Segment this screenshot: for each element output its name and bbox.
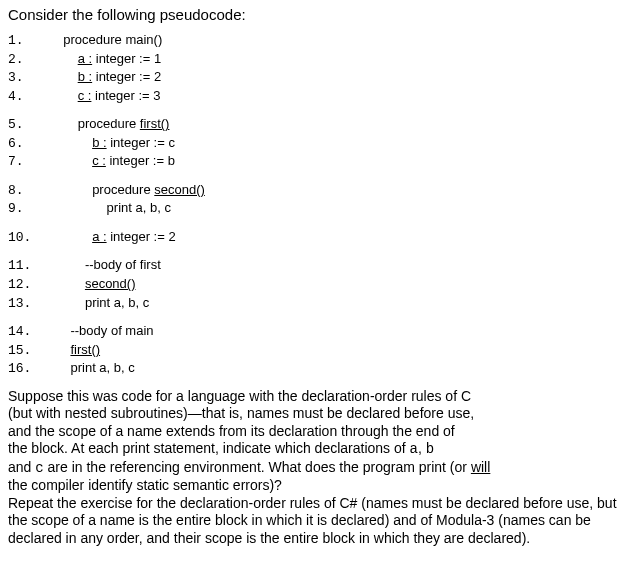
code-line: 1. procedure main() [8,31,618,50]
code-content: print a, b, c [56,199,171,217]
q-line: Suppose this was code for a language wit… [8,388,471,404]
line-number: 10. [8,229,56,247]
code-line: 10. a : integer := 2 [8,228,618,247]
q-line: declared in any order, and their scope i… [8,530,530,546]
code-content: a : integer := 2 [56,228,176,246]
pseudocode-block: 1. procedure main()2. a : integer := 13.… [8,31,618,378]
code-blank-line [8,171,618,181]
code-line: 3. b : integer := 2 [8,68,618,87]
code-line: 16. print a, b, c [8,359,618,378]
code-line: 11. --body of first [8,256,618,275]
code-line: 14. --body of main [8,322,618,341]
code-content: a : integer := 1 [56,50,161,68]
line-number: 15. [8,342,56,360]
q-line: the block. At each print statement, indi… [8,440,410,456]
code-content: second() [56,275,135,293]
q-line: and [8,459,35,475]
code-line: 2. a : integer := 1 [8,50,618,69]
line-number: 1. [8,32,56,50]
page: Consider the following pseudocode: 1. pr… [0,0,626,555]
code-blank-line [8,218,618,228]
code-content: print a, b, c [56,294,149,312]
code-content: b : integer := 2 [56,68,161,86]
code-blank-line [8,246,618,256]
question-paragraph: Suppose this was code for a language wit… [8,388,618,548]
line-number: 9. [8,200,56,218]
q-text: , [418,440,426,456]
line-number: 14. [8,323,56,341]
code-content: print a, b, c [56,359,135,377]
code-blank-line [8,105,618,115]
code-content: c : integer := b [56,152,175,170]
line-number: 12. [8,276,56,294]
code-blank-line [8,312,618,322]
code-line: 4. c : integer := 3 [8,87,618,106]
code-line: 6. b : integer := c [8,134,618,153]
line-number: 13. [8,295,56,313]
code-content: b : integer := c [56,134,175,152]
code-content: --body of first [56,256,161,274]
code-content: procedure main() [56,31,162,49]
code-content: c : integer := 3 [56,87,160,105]
code-line: 8. procedure second() [8,181,618,200]
code-line: 15. first() [8,341,618,360]
code-content: procedure first() [56,115,169,133]
intro-text: Consider the following pseudocode: [8,6,618,23]
line-number: 7. [8,153,56,171]
line-number: 16. [8,360,56,378]
line-number: 5. [8,116,56,134]
q-underline-will: will [471,459,490,475]
code-line: 13. print a, b, c [8,294,618,313]
code-line: 7. c : integer := b [8,152,618,171]
code-ref-a: a [410,441,418,457]
q-line: the compiler identify static semantic er… [8,477,282,493]
line-number: 3. [8,69,56,87]
code-line: 5. procedure first() [8,115,618,134]
code-content: first() [56,341,100,359]
q-line: (but with nested subroutines)—that is, n… [8,405,474,421]
q-text: are in the referencing environment. What… [44,459,471,475]
q-line: Repeat the exercise for the declaration-… [8,495,617,511]
code-line: 12. second() [8,275,618,294]
line-number: 6. [8,135,56,153]
line-number: 11. [8,257,56,275]
code-ref-b: b [426,441,434,457]
code-line: 9. print a, b, c [8,199,618,218]
q-line: the scope of a name is the entire block … [8,512,591,528]
line-number: 2. [8,51,56,69]
q-line: and the scope of a name extends from its… [8,423,455,439]
code-content: procedure second() [56,181,205,199]
code-ref-c: c [35,460,43,476]
code-content: --body of main [56,322,154,340]
line-number: 4. [8,88,56,106]
line-number: 8. [8,182,56,200]
